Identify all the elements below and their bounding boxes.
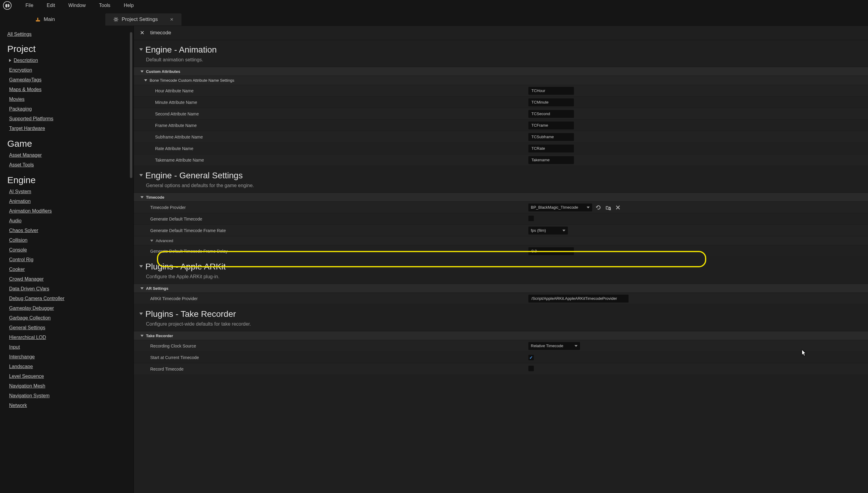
tab-main-label: Main bbox=[44, 16, 55, 22]
sidebar-link[interactable]: Packaging bbox=[9, 106, 129, 112]
row-start-at-current-timecode: Start at Current Timecode bbox=[134, 352, 868, 363]
tab-close-icon[interactable]: ✕ bbox=[170, 17, 174, 22]
group-timecode[interactable]: Timecode bbox=[134, 193, 868, 202]
menu-help[interactable]: Help bbox=[117, 3, 140, 8]
sidebar-link[interactable]: Animation bbox=[9, 199, 129, 204]
settings-search-input[interactable] bbox=[149, 28, 868, 38]
group-custom-attributes[interactable]: Custom Attributes bbox=[134, 67, 868, 76]
use-selected-asset-button[interactable] bbox=[595, 204, 602, 211]
sidebar-link[interactable]: General Settings bbox=[9, 325, 129, 330]
sidebar-link[interactable]: Encryption bbox=[9, 67, 129, 73]
input-frame-attribute-name[interactable]: TCFrame bbox=[528, 122, 574, 129]
chevron-down-icon[interactable] bbox=[139, 174, 143, 176]
chevron-down-icon bbox=[140, 70, 143, 72]
sidebar-link[interactable]: Asset Tools bbox=[9, 162, 129, 168]
chevron-down-icon bbox=[140, 335, 143, 337]
caret-right-icon[interactable] bbox=[9, 59, 11, 62]
sidebar-all-settings[interactable]: All Settings bbox=[7, 31, 31, 37]
prop-label: Timecode Provider bbox=[134, 205, 528, 210]
menu-file[interactable]: File bbox=[19, 3, 40, 8]
row-recording-clock-source: Recording Clock Source Relative Timecode bbox=[134, 340, 868, 352]
category-subtitle: Configure the Apple ARKit plug-in. bbox=[134, 273, 868, 284]
menu-edit[interactable]: Edit bbox=[40, 3, 62, 8]
category-subtitle: General options and defaults for the gam… bbox=[134, 181, 868, 193]
sidebar-link[interactable]: Audio bbox=[9, 218, 129, 223]
input-subframe-attribute-name[interactable]: TCSubframe bbox=[528, 133, 574, 141]
sidebar-link[interactable]: Garbage Collection bbox=[9, 315, 129, 321]
chevron-down-icon[interactable] bbox=[139, 48, 143, 51]
sidebar-scrollbar[interactable] bbox=[130, 32, 132, 178]
prop-label: Takename Attribute Name bbox=[134, 158, 528, 163]
prop-label: Frame Attribute Name bbox=[134, 123, 528, 128]
category-title-animation: Engine - Animation bbox=[145, 45, 217, 55]
sidebar-link[interactable]: Network bbox=[9, 403, 129, 408]
input-rate-attribute-name[interactable]: TCRate bbox=[528, 145, 574, 152]
row-timecode-provider: Timecode Provider BP_BlackMagic_TImecode bbox=[134, 202, 868, 213]
input-frame-delay[interactable]: 0.0 bbox=[528, 247, 574, 255]
category-title-general: Engine - General Settings bbox=[145, 171, 243, 180]
checkbox-record-timecode[interactable] bbox=[528, 366, 534, 371]
group-take-recorder[interactable]: Take Recorder bbox=[134, 331, 868, 340]
unreal-logo-icon[interactable] bbox=[2, 0, 13, 11]
sidebar-link[interactable]: Debug Camera Controller bbox=[9, 296, 129, 301]
sidebar-link[interactable]: AI System bbox=[9, 189, 129, 194]
input-second-attribute-name[interactable]: TCSecond bbox=[528, 110, 574, 118]
sidebar-link[interactable]: Supported Platforms bbox=[9, 116, 129, 122]
timecode-provider-dropdown[interactable]: BP_BlackMagic_TImecode bbox=[528, 203, 592, 211]
search-clear-button[interactable]: ✕ bbox=[136, 26, 149, 39]
sidebar-link[interactable]: Target Hardware bbox=[9, 126, 129, 131]
sidebar-link[interactable]: Gameplay Debugger bbox=[9, 305, 129, 311]
sidebar-link[interactable]: GameplayTags bbox=[9, 77, 129, 83]
chevron-down-icon[interactable] bbox=[139, 265, 143, 267]
sidebar-link[interactable]: Interchange bbox=[9, 354, 129, 360]
checkbox-start-at-current-timecode[interactable] bbox=[528, 355, 534, 360]
row-minute-attribute-name: Minute Attribute NameTCMinute bbox=[134, 97, 868, 108]
input-hour-attribute-name[interactable]: TCHour bbox=[528, 87, 574, 95]
sidebar-link[interactable]: Chaos Solver bbox=[9, 228, 129, 233]
sidebar-link[interactable]: Console bbox=[9, 247, 129, 253]
row-generate-default-timecode: Generate Default Timecode bbox=[134, 213, 868, 225]
menu-tools[interactable]: Tools bbox=[92, 3, 117, 8]
level-icon bbox=[35, 17, 41, 22]
input-arkit-provider[interactable]: /Script/AppleARKit.AppleARKitTimecodePro… bbox=[528, 295, 629, 303]
sidebar-section-title: Game bbox=[7, 138, 129, 149]
input-takename-attribute-name[interactable]: Takename bbox=[528, 156, 574, 164]
sidebar-link[interactable]: Asset Manager bbox=[9, 152, 129, 158]
sidebar-link[interactable]: Description bbox=[14, 58, 38, 63]
sidebar-link[interactable]: Crowd Manager bbox=[9, 276, 129, 282]
sidebar-link[interactable]: Collision bbox=[9, 238, 129, 243]
chevron-down-icon bbox=[150, 240, 153, 242]
row-frame-attribute-name: Frame Attribute NameTCFrame bbox=[134, 120, 868, 131]
dropdown-clock-source[interactable]: Relative Timecode bbox=[528, 342, 580, 350]
sidebar-link[interactable]: Navigation Mesh bbox=[9, 383, 129, 389]
sidebar-link[interactable]: Cooker bbox=[9, 267, 129, 272]
group-ar-settings[interactable]: AR Settings bbox=[134, 284, 868, 293]
sidebar-link[interactable]: Movies bbox=[9, 97, 129, 102]
chevron-down-icon[interactable] bbox=[139, 313, 143, 315]
sidebar-link[interactable]: Navigation System bbox=[9, 393, 129, 399]
sidebar-link[interactable]: Input bbox=[9, 344, 129, 350]
checkbox-generate-default-timecode[interactable] bbox=[528, 216, 534, 221]
sidebar-link[interactable]: Control Rig bbox=[9, 257, 129, 262]
sidebar-section-title: Engine bbox=[7, 175, 129, 185]
subgroup-bone-timecode[interactable]: Bone Timecode Custom Attribute Name Sett… bbox=[134, 76, 868, 85]
tab-project-settings[interactable]: Project Settings ✕ bbox=[105, 13, 182, 25]
sidebar-link[interactable]: Animation Modifiers bbox=[9, 208, 129, 214]
tab-main[interactable]: Main bbox=[27, 13, 63, 25]
input-minute-attribute-name[interactable]: TCMinute bbox=[528, 99, 574, 106]
sidebar-link[interactable]: Level Sequence bbox=[9, 373, 129, 379]
row-hour-attribute-name: Hour Attribute NameTCHour bbox=[134, 85, 868, 97]
sidebar-link[interactable]: Landscape bbox=[9, 364, 129, 369]
row-subframe-attribute-name: Subframe Attribute NameTCSubframe bbox=[134, 131, 868, 143]
prop-label: Second Attribute Name bbox=[134, 111, 528, 116]
dropdown-frame-rate[interactable]: fps (film) bbox=[528, 227, 568, 235]
menu-window[interactable]: Window bbox=[62, 3, 92, 8]
subgroup-advanced[interactable]: Advanced bbox=[134, 236, 868, 245]
sidebar-link[interactable]: Maps & Modes bbox=[9, 87, 129, 92]
clear-asset-button[interactable] bbox=[615, 204, 621, 211]
sidebar-link[interactable]: Hierarchical LOD bbox=[9, 335, 129, 340]
prop-label: Rate Attribute Name bbox=[134, 146, 528, 151]
prop-label: ARKit Timecode Provider bbox=[134, 296, 528, 301]
browse-asset-button[interactable] bbox=[605, 204, 612, 211]
sidebar-link[interactable]: Data Driven CVars bbox=[9, 286, 129, 292]
